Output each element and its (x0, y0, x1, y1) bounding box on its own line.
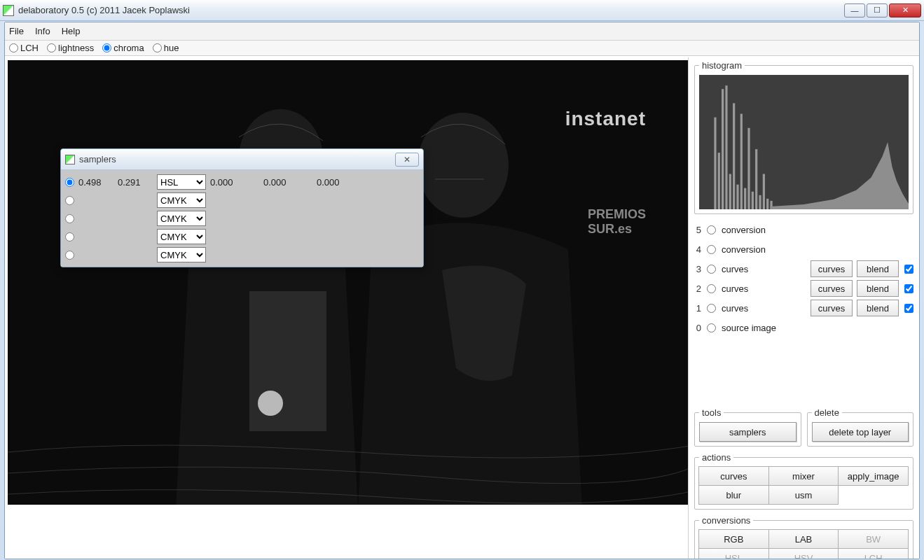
tools-legend: tools (699, 407, 724, 418)
layer-radio[interactable] (707, 245, 716, 254)
side-panel: histogram (688, 57, 919, 559)
layer-row-5: 5conversion (694, 220, 913, 239)
layer-row-1: 1curvescurvesblend (694, 298, 913, 318)
layer-blend-button[interactable]: blend (857, 300, 899, 316)
layer-visible-checkbox[interactable] (904, 284, 913, 293)
layer-label: curves (722, 284, 785, 294)
layer-radio[interactable] (707, 225, 716, 234)
svg-rect-19 (766, 199, 768, 209)
sampler-mode-select[interactable]: HSLCMYKRGBLABLCHHSV (157, 229, 206, 244)
samplers-dialog-titlebar[interactable]: samplers ✕ (61, 149, 423, 170)
svg-rect-18 (763, 174, 765, 209)
sampler-row-4: HSLCMYKRGBLABLCHHSV (64, 246, 420, 264)
action-apply_image-button[interactable]: apply_image (838, 466, 909, 486)
viewmode-radiobar: LCHlightnesschromahue (5, 41, 919, 56)
sampler-mode-select[interactable]: HSLCMYKRGBLABLCHHSV (157, 192, 206, 208)
samplers-dialog: samplers ✕ 0.4980.291HSLCMYKRGBLABLCHHSV… (60, 148, 424, 267)
layer-curves-button[interactable]: curves (811, 300, 853, 316)
menu-file[interactable]: File (9, 26, 24, 36)
layer-visible-checkbox[interactable] (904, 304, 913, 313)
svg-rect-14 (747, 128, 750, 209)
layer-index: 5 (694, 225, 701, 235)
layer-index: 0 (694, 323, 701, 333)
svg-rect-10 (733, 103, 735, 209)
samplers-button[interactable]: samplers (699, 422, 797, 442)
layer-curves-button[interactable]: curves (811, 260, 853, 277)
sampler-row-0: 0.4980.291HSLCMYKRGBLABLCHHSV0.0000.0000… (64, 173, 420, 191)
viewmode-radio-hue[interactable]: hue (153, 43, 179, 53)
image-watermark-2: PREMIOS SUR.es (588, 207, 646, 237)
svg-rect-8 (725, 85, 727, 209)
sampler-mode-select[interactable]: HSLCMYKRGBLABLCHHSV (157, 174, 206, 190)
svg-rect-17 (759, 195, 761, 209)
menubar: File Info Help (5, 22, 919, 41)
conversion-LAB-button[interactable]: LAB (768, 529, 839, 549)
layer-radio[interactable] (707, 304, 716, 313)
layer-row-4: 4conversion (694, 239, 913, 259)
action-usm-button[interactable]: usm (768, 485, 839, 505)
close-button[interactable]: ✕ (889, 4, 921, 18)
action-blur-button[interactable]: blur (698, 485, 769, 505)
viewmode-radio-lightness[interactable]: lightness (47, 43, 94, 53)
dialog-close-button[interactable]: ✕ (395, 153, 419, 167)
layer-radio[interactable] (707, 265, 716, 274)
svg-point-2 (418, 113, 509, 218)
conversion-HSV-button: HSV (768, 548, 839, 559)
sampler-radio[interactable] (65, 214, 74, 223)
layer-label: curves (722, 264, 785, 274)
layer-index: 3 (694, 264, 701, 274)
sampler-radio[interactable] (65, 251, 74, 260)
samplers-dialog-body: 0.4980.291HSLCMYKRGBLABLCHHSV0.0000.0000… (61, 170, 423, 267)
action-mixer-button[interactable]: mixer (768, 466, 839, 486)
image-pane: instanet PREMIOS SUR.es samplers ✕ 0.498… (5, 57, 688, 559)
histogram-panel: histogram (694, 60, 913, 214)
histogram-canvas (699, 75, 909, 209)
window-titlebar: delaboratory 0.5 (c) 2011 Jacek Poplawsk… (0, 0, 924, 21)
delete-fieldset: delete delete top layer (807, 407, 914, 447)
layer-radio[interactable] (707, 284, 716, 293)
conversions-fieldset: conversions RGBLABBWHSLHSVLCHXYZCMYCMYK (694, 515, 913, 559)
layer-row-0: 0source image (694, 318, 913, 337)
layer-radio[interactable] (707, 323, 716, 332)
delete-top-layer-button[interactable]: delete top layer (812, 422, 909, 442)
sampler-radio[interactable] (65, 196, 74, 205)
viewmode-radio-LCH[interactable]: LCH (9, 43, 39, 53)
layers-list: 5conversion4conversion3curvescurvesblend… (694, 220, 913, 337)
minimize-button[interactable]: — (844, 4, 865, 18)
layer-row-3: 3curvescurvesblend (694, 259, 913, 279)
layer-blend-button[interactable]: blend (857, 280, 899, 297)
actions-fieldset: actions curvesmixerapply_imageblurusm (694, 452, 913, 510)
sampler-radio[interactable] (65, 178, 74, 187)
layer-label: conversion (722, 244, 785, 255)
conversion-LCH-button: LCH (838, 548, 909, 559)
layer-visible-checkbox[interactable] (904, 265, 913, 274)
tools-fieldset: tools samplers (694, 407, 801, 447)
app-frame: File Info Help LCHlightnesschromahue (4, 22, 920, 559)
layer-curves-button[interactable]: curves (811, 280, 853, 297)
svg-rect-12 (740, 114, 743, 209)
svg-rect-6 (718, 153, 720, 209)
menu-info[interactable]: Info (35, 26, 50, 36)
layer-label: conversion (722, 225, 785, 235)
sampler-value: 0.000 (312, 177, 366, 188)
actions-legend: actions (699, 452, 733, 463)
viewmode-radio-chroma[interactable]: chroma (102, 43, 144, 53)
conversions-legend: conversions (699, 515, 753, 526)
action-curves-button[interactable]: curves (698, 466, 769, 486)
image-canvas[interactable]: instanet PREMIOS SUR.es (8, 60, 688, 505)
layer-index: 2 (694, 284, 701, 294)
delete-legend: delete (812, 407, 842, 418)
conversion-RGB-button[interactable]: RGB (698, 529, 769, 549)
svg-rect-13 (744, 188, 746, 209)
svg-rect-15 (752, 192, 754, 209)
menu-help[interactable]: Help (62, 26, 81, 36)
conversion-HSL-button: HSL (698, 548, 769, 559)
sampler-mode-select[interactable]: HSLCMYKRGBLABLCHHSV (157, 247, 206, 262)
sampler-radio[interactable] (65, 232, 74, 241)
layer-index: 1 (694, 303, 701, 314)
maximize-button[interactable]: ☐ (867, 4, 888, 18)
layer-index: 4 (694, 244, 701, 255)
sampler-mode-select[interactable]: HSLCMYKRGBLABLCHHSV (157, 211, 206, 226)
layer-blend-button[interactable]: blend (857, 260, 899, 277)
sampler-x: 0.498 (78, 177, 118, 188)
